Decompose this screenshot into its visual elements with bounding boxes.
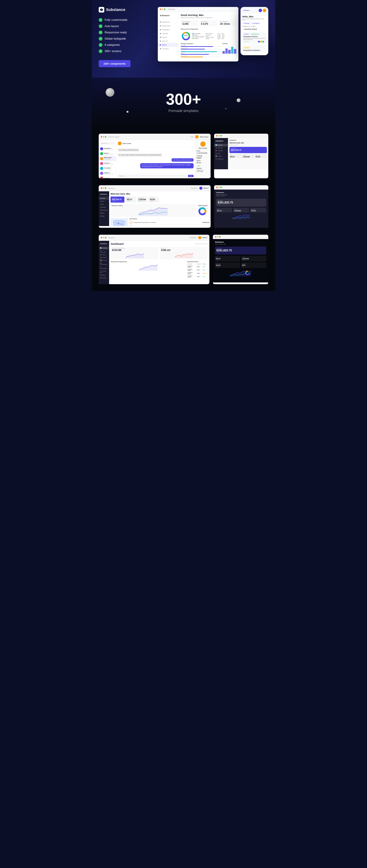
top-products-section: Top Products Amazon Echo Plus (3rd Gen) …	[129, 218, 209, 226]
donut-chart: 350.5k Total Employee	[181, 31, 191, 41]
chat-main-area: Riley Cooper Sure, Taking a screenshot r…	[116, 140, 195, 178]
templates-section: 300+ Premade templates	[92, 78, 275, 127]
stat-sales-label: Total Sales	[112, 197, 123, 198]
ecomm-search[interactable]: 🔍 Search	[190, 187, 198, 189]
chat-user-gladyn[interactable]: Gladyn K... Can you check our...	[99, 171, 116, 176]
md-sub: Welcome back, Max	[215, 244, 266, 245]
svg-point-15	[121, 224, 122, 225]
d3-dots	[101, 237, 106, 238]
chat-search-bar[interactable]: 🔍 Search...	[100, 142, 114, 145]
small-nav-marketing[interactable]: 📣 Marketing	[214, 147, 228, 149]
revenue-chart-container: Revenue vs Orders	[111, 204, 196, 217]
chat-user-jurnan[interactable]: Jurnan O...	[99, 176, 116, 178]
nav-department[interactable]: Department	[158, 24, 178, 28]
stat-visitor-growth: ↑ 1%	[127, 200, 135, 202]
ecomm-nav-product[interactable]: Product	[99, 200, 109, 203]
bottom-section: Top Products Amazon Echo Plus (3rd Gen) …	[111, 218, 209, 226]
mobile-card-2: Branding Designspace branding 21	[242, 44, 266, 53]
d3-nav-revenue[interactable]: 💰 Revenue	[99, 256, 109, 259]
components-button[interactable]: 230+ components	[99, 60, 131, 67]
chat-user-charles[interactable]: Charles C... Hm, I got an update...	[99, 161, 116, 166]
chat-input-field[interactable]: Message...	[117, 175, 187, 177]
ecomm-nav-reports[interactable]: Reports	[99, 212, 109, 215]
d3-sidebar: Substance 📊 Overview 👥 Customers 📦 Order…	[99, 241, 109, 284]
d3-nav-orders[interactable]: 📦 Orders	[99, 253, 109, 256]
small-dash-sidebar-card: Substance 📊 Summary 📣 Marketing 🎯 Campai…	[214, 134, 268, 178]
small-nav-summary[interactable]: 📊 Summary	[214, 144, 228, 147]
svg-point-14	[116, 222, 117, 223]
small-nav-campaign[interactable]: 🎯 Campaign	[214, 149, 228, 152]
detail-label-device: Device	[197, 160, 209, 161]
mobile-tags: • 0 Backlog 2 In progress	[242, 22, 266, 24]
sphere-xs	[126, 111, 129, 113]
d3-sidebar-logo: Substance	[99, 242, 109, 246]
dot-close	[101, 136, 102, 137]
small-dash-welcome: Welcome back, Max	[229, 142, 267, 144]
d3-header: Substance 🔍 Search Market ▾	[99, 235, 209, 241]
nav-dashboard[interactable]: Dashboard	[158, 20, 178, 24]
d3-window-title: Substance	[108, 237, 115, 239]
small-nav-inbox[interactable]: 📥 Inbox	[214, 152, 228, 155]
ecomm-nav-customers[interactable]: Customers	[99, 206, 109, 209]
d3-nav-benchmarks[interactable]: 🎯 Benchmarks	[99, 262, 109, 266]
svg-text:350.5k: 350.5k	[184, 35, 188, 36]
chat-user-riley[interactable]: Riley Cooper Sure, Taking a screenshot..…	[99, 156, 116, 161]
md-stat-4: Avg Sale $375 ↑ 2%	[241, 262, 266, 268]
chat-user-dylan[interactable]: Dylan H... I'll be there at 11AM	[99, 151, 116, 156]
small-nav-analytics[interactable]: 📈 Analytics	[214, 155, 228, 158]
ecomm-user-label: Market ▾	[203, 187, 208, 189]
small-total-sales: Total Sales $391,820.75 7.1% ↑	[229, 147, 267, 153]
d3-header-right: 🔍 Search Market ▾	[189, 236, 207, 239]
d3-nav-customers[interactable]: 👥 Customers	[99, 249, 109, 253]
d3-nav-settings[interactable]: ⚙️ Settings	[99, 277, 109, 279]
dept-table: DEPARTMENTNEWTOTAL Accounting12,00050.2k…	[205, 33, 225, 39]
send-button[interactable]: Send	[188, 175, 194, 177]
trans-row-4: Payment #4103 $420 Paid	[187, 275, 208, 278]
svg-marker-17	[125, 254, 144, 258]
mancount-title: Mancount Per Department	[181, 28, 236, 30]
d3-nav-overview[interactable]: 📊 Overview	[99, 247, 109, 249]
card-2-title: Designspace branding 21	[243, 50, 265, 51]
riley-name-header: Riley Cooper	[200, 136, 208, 138]
d3-nav-forecast[interactable]: 📈 Forecast	[99, 259, 109, 262]
small-dash-sub: Discover your store	[229, 145, 267, 146]
segment-value: Segment for conversation	[197, 169, 209, 172]
d3-nav-billing[interactable]: 💳 Billing	[99, 274, 109, 277]
ecomm-nav-orders[interactable]: Orders	[99, 203, 109, 206]
nav-employees[interactable]: Employees	[158, 28, 178, 32]
chat-user-benedetta[interactable]: Benedetta T... Fora alot that device...	[99, 146, 116, 151]
traffic-donut-chart	[198, 207, 207, 216]
d3-mrr-section: Monthly Recurring Revenue	[111, 261, 186, 278]
stat-orders: Total orders 1,042,665 ↑ 4.7%	[137, 196, 147, 203]
d3-nav-cancellations[interactable]: ❌ Cancellations	[99, 266, 109, 270]
d3-trans-title: Transaction History	[187, 261, 208, 262]
ecomm-nav-settings[interactable]: Settings	[99, 215, 109, 218]
feature-categories: 9 categories	[99, 43, 147, 47]
md-stat-2: Orders 1,042,665 ↑ 4.7%	[241, 256, 266, 261]
ecomm-nav-overview[interactable]: Overview	[99, 197, 109, 200]
d3-mrr-title: Monthly Recurring Revenue	[111, 261, 186, 262]
nav-company[interactable]: Company	[158, 47, 178, 51]
d3-trans-table: Payment Amount Status Payment #4100 $300…	[187, 263, 208, 278]
sd-dot-2	[218, 135, 220, 136]
nav-report[interactable]: Report	[158, 43, 178, 47]
d3-mrr-chart	[111, 263, 186, 271]
ecomm-stats-row: Total Sales $391,820.75 ↑ 7.1% Visitor 8…	[111, 196, 209, 203]
svg-point-1	[101, 9, 102, 10]
stat-visitor-value: 831,07	[127, 198, 135, 200]
d3-bottom: Monthly Recurring Revenue Transaction Hi…	[111, 261, 208, 278]
chat-user-pua[interactable]: Pua Lemke Ok, let's discuss...	[99, 166, 116, 171]
d3-nav-performance[interactable]: ⚡ Product Perf.	[99, 270, 109, 274]
nav-calender[interactable]: Calender	[158, 32, 178, 35]
tag-backlog: • 0 Backlog	[242, 22, 250, 24]
product-1: Amazon Echo Plus (3rd Gen) - Premium... …	[129, 220, 209, 225]
d3-search[interactable]: 🔍 Search	[189, 237, 197, 239]
nav-timeoff[interactable]: Time off	[158, 39, 178, 43]
d3-avatar	[198, 236, 201, 239]
d3-metric-2: Breakdown $188,122	[160, 247, 208, 259]
small-nav-integrations[interactable]: 🔗 Integrations	[214, 158, 228, 160]
detail-label-lang: Language	[197, 155, 209, 156]
riley-avatar-header	[195, 135, 199, 138]
ecomm-nav-revenue[interactable]: Avg. Revenue	[99, 209, 109, 212]
nav-payroll[interactable]: Payroll	[158, 35, 178, 39]
